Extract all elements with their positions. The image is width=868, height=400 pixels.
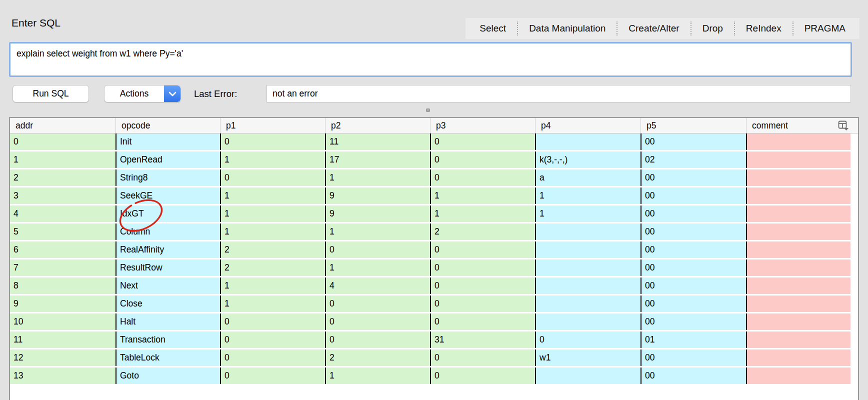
cell-opcode[interactable]: Init: [116, 134, 220, 150]
table-row[interactable]: 7ResultRow21000: [10, 260, 858, 276]
cell-p1[interactable]: 1: [220, 224, 325, 240]
cell-opcode[interactable]: Close: [116, 296, 220, 312]
cell-opcode[interactable]: Transaction: [116, 332, 220, 348]
cell-comment[interactable]: [746, 188, 850, 204]
cell-comment[interactable]: [746, 152, 850, 168]
cell-p5[interactable]: 00: [640, 296, 746, 312]
cell-p3[interactable]: 31: [430, 332, 535, 348]
cell-addr[interactable]: 9: [10, 296, 116, 312]
cell-p3[interactable]: 0: [430, 242, 535, 258]
cell-p3[interactable]: 0: [430, 170, 535, 186]
table-row[interactable]: 11Transaction0031001: [10, 332, 858, 348]
cell-addr[interactable]: 4: [10, 206, 116, 222]
cell-p2[interactable]: 1: [325, 368, 430, 384]
cell-p5[interactable]: 00: [640, 278, 746, 294]
column-options-icon[interactable]: [838, 120, 849, 131]
cell-p3[interactable]: 0: [430, 152, 535, 168]
sql-input[interactable]: explain select weight from w1 where Py='…: [9, 42, 852, 77]
cell-p1[interactable]: 0: [220, 170, 325, 186]
cell-p2[interactable]: 2: [325, 350, 430, 366]
cell-p4[interactable]: 1: [535, 206, 640, 222]
cell-p5[interactable]: 01: [640, 332, 746, 348]
cell-p5[interactable]: 00: [640, 260, 746, 276]
cell-p3[interactable]: 0: [430, 134, 535, 150]
tab-select[interactable]: Select: [468, 22, 517, 36]
column-header-p2[interactable]: p2: [325, 118, 430, 133]
cell-p2[interactable]: 0: [325, 296, 430, 312]
run-sql-button[interactable]: Run SQL: [12, 85, 89, 102]
cell-p3[interactable]: 1: [430, 206, 535, 222]
cell-p4[interactable]: [535, 224, 640, 240]
cell-comment[interactable]: [746, 260, 850, 276]
cell-addr[interactable]: 8: [10, 278, 116, 294]
cell-p4[interactable]: [535, 134, 640, 150]
cell-p3[interactable]: 2: [430, 224, 535, 240]
cell-comment[interactable]: [746, 332, 850, 348]
cell-p2[interactable]: 1: [325, 170, 430, 186]
tab-pragma[interactable]: PRAGMA: [792, 22, 856, 36]
table-row[interactable]: 2String8010a00: [10, 170, 858, 186]
cell-p4[interactable]: [535, 296, 640, 312]
cell-p4[interactable]: [535, 242, 640, 258]
cell-opcode[interactable]: IdxGT: [116, 206, 220, 222]
cell-opcode[interactable]: SeekGE: [116, 188, 220, 204]
table-row[interactable]: 8Next14000: [10, 278, 858, 294]
cell-p5[interactable]: 00: [640, 242, 746, 258]
splitter-grip[interactable]: [426, 108, 430, 112]
cell-addr[interactable]: 12: [10, 350, 116, 366]
cell-addr[interactable]: 13: [10, 368, 116, 384]
cell-comment[interactable]: [746, 278, 850, 294]
cell-p4[interactable]: [535, 278, 640, 294]
cell-p2[interactable]: 0: [325, 242, 430, 258]
table-row[interactable]: 10Halt00000: [10, 314, 858, 330]
cell-opcode[interactable]: ResultRow: [116, 260, 220, 276]
cell-p1[interactable]: 0: [220, 314, 325, 330]
cell-p3[interactable]: 0: [430, 350, 535, 366]
cell-addr[interactable]: 1: [10, 152, 116, 168]
cell-comment[interactable]: [746, 314, 850, 330]
cell-p5[interactable]: 02: [640, 152, 746, 168]
cell-p5[interactable]: 00: [640, 350, 746, 366]
cell-p4[interactable]: 1: [535, 188, 640, 204]
cell-p1[interactable]: 1: [220, 296, 325, 312]
cell-comment[interactable]: [746, 350, 850, 366]
tab-reindex[interactable]: ReIndex: [734, 22, 792, 36]
cell-p5[interactable]: 00: [640, 134, 746, 150]
cell-p3[interactable]: 0: [430, 314, 535, 330]
cell-addr[interactable]: 3: [10, 188, 116, 204]
cell-p2[interactable]: 0: [325, 314, 430, 330]
cell-comment[interactable]: [746, 296, 850, 312]
column-header-comment[interactable]: comment: [746, 118, 850, 133]
cell-p1[interactable]: 2: [220, 260, 325, 276]
cell-p5[interactable]: 00: [640, 188, 746, 204]
cell-comment[interactable]: [746, 206, 850, 222]
table-row[interactable]: 4IdxGT191100: [10, 206, 858, 222]
cell-opcode[interactable]: TableLock: [116, 350, 220, 366]
cell-opcode[interactable]: RealAffinity: [116, 242, 220, 258]
cell-p4[interactable]: 0: [535, 332, 640, 348]
cell-p1[interactable]: 0: [220, 332, 325, 348]
cell-p3[interactable]: 0: [430, 260, 535, 276]
table-row[interactable]: 3SeekGE191100: [10, 188, 858, 204]
cell-p1[interactable]: 0: [220, 134, 325, 150]
column-header-addr[interactable]: addr: [10, 118, 116, 133]
cell-p3[interactable]: 0: [430, 296, 535, 312]
cell-p1[interactable]: 1: [220, 152, 325, 168]
column-header-opcode[interactable]: opcode: [116, 118, 220, 133]
cell-addr[interactable]: 10: [10, 314, 116, 330]
cell-p3[interactable]: 0: [430, 278, 535, 294]
cell-p2[interactable]: 1: [325, 224, 430, 240]
cell-opcode[interactable]: String8: [116, 170, 220, 186]
cell-p3[interactable]: 0: [430, 368, 535, 384]
cell-opcode[interactable]: Next: [116, 278, 220, 294]
cell-p5[interactable]: 00: [640, 314, 746, 330]
cell-comment[interactable]: [746, 134, 850, 150]
tab-data-manipulation[interactable]: Data Manipulation: [517, 22, 616, 36]
cell-p4[interactable]: [535, 260, 640, 276]
cell-addr[interactable]: 6: [10, 242, 116, 258]
cell-addr[interactable]: 7: [10, 260, 116, 276]
table-row[interactable]: 0Init011000: [10, 134, 858, 150]
cell-addr[interactable]: 5: [10, 224, 116, 240]
cell-opcode[interactable]: Halt: [116, 314, 220, 330]
table-row[interactable]: 13Goto01000: [10, 368, 858, 384]
